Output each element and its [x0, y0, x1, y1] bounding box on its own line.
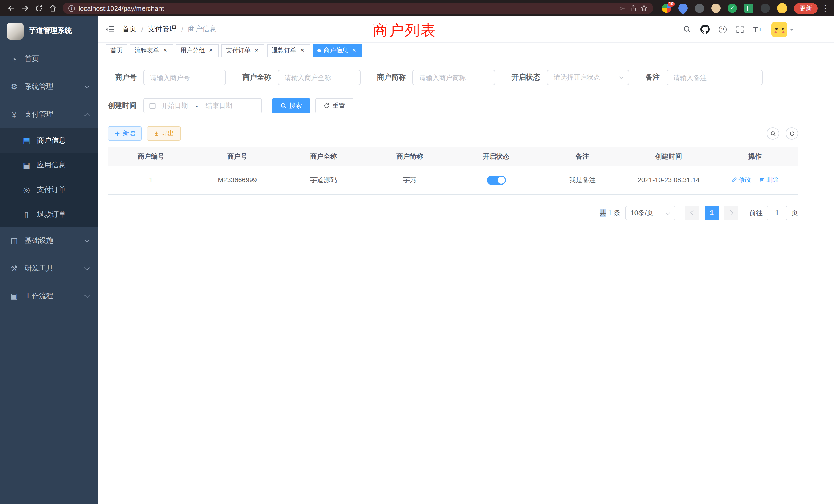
fullscreen-icon[interactable]: [731, 17, 748, 42]
sidebar-item-payment[interactable]: ¥ 支付管理: [0, 100, 97, 128]
merchant-no-input[interactable]: [143, 70, 226, 85]
status-select[interactable]: 请选择开启状态: [547, 70, 629, 85]
search-icon[interactable]: [678, 17, 696, 42]
cell-merchant-id: 1: [108, 166, 194, 194]
user-avatar[interactable]: [771, 21, 787, 37]
tab-refund-order[interactable]: 退款订单 ×: [267, 44, 310, 57]
page-number-button[interactable]: 1: [705, 206, 719, 220]
close-icon[interactable]: ×: [351, 47, 357, 54]
extension-icon-3[interactable]: [695, 4, 704, 13]
chevron-down-icon: [665, 211, 670, 215]
breadcrumb-section[interactable]: 支付管理: [148, 25, 177, 34]
url-text[interactable]: localhost:1024/pay/merchant: [79, 4, 164, 12]
toggle-search-button[interactable]: [767, 127, 779, 140]
extension-icon-6[interactable]: [744, 4, 753, 13]
share-icon[interactable]: [630, 5, 637, 12]
grid-icon: ▦: [22, 161, 31, 170]
extension-icon-2[interactable]: [677, 2, 690, 15]
full-name-input[interactable]: [278, 70, 360, 85]
col-merchant-no: 商户号: [194, 147, 280, 166]
font-size-icon[interactable]: TT: [748, 17, 766, 42]
help-icon[interactable]: ?: [714, 17, 731, 42]
edit-button[interactable]: 修改: [731, 176, 751, 184]
filter-row-1: 商户号 商户全称 商户简称 开启状态 请选择开启状态: [108, 70, 798, 85]
goto-page-input[interactable]: [767, 206, 787, 220]
delete-button[interactable]: 删除: [759, 176, 778, 184]
sidebar-item-merchant-info[interactable]: ▤ 商户信息: [0, 128, 97, 153]
sidebar-item-devtools[interactable]: ⚒ 研发工具: [0, 255, 97, 282]
chevron-down-icon[interactable]: [790, 28, 794, 32]
short-name-input[interactable]: [412, 70, 495, 85]
password-key-icon[interactable]: [619, 5, 626, 12]
sidebar-item-refund-order[interactable]: ▯ 退款订单: [0, 202, 97, 227]
bookmark-star-icon[interactable]: [640, 5, 648, 12]
browser-profile-avatar[interactable]: [777, 3, 787, 13]
close-icon[interactable]: ×: [253, 47, 260, 54]
extension-icon-7[interactable]: [761, 4, 770, 13]
sidebar-toggle-icon[interactable]: [97, 17, 122, 42]
search-icon: [280, 102, 287, 109]
sidebar-item-home[interactable]: ◔ 首页: [0, 45, 97, 73]
tab-home[interactable]: 首页: [106, 44, 127, 57]
github-icon[interactable]: [696, 17, 714, 42]
field-label: 创建时间: [108, 101, 137, 110]
browser-home-button[interactable]: [46, 1, 60, 15]
reset-button[interactable]: 重置: [315, 98, 353, 113]
table-header-row: 商户编号 商户号 商户全称 商户简称 开启状态 备注 创建时间 操作: [108, 147, 798, 166]
pagination: 共 1 条 10条/页 1 前往 页: [108, 206, 798, 220]
sidebar-item-infrastructure[interactable]: ◫ 基础设施: [0, 227, 97, 255]
chevron-right-icon: [728, 210, 733, 215]
col-short-name: 商户简称: [367, 147, 453, 166]
close-icon[interactable]: ×: [162, 47, 169, 54]
tab-user-group[interactable]: 用户分组 ×: [176, 44, 219, 57]
search-button[interactable]: 搜索: [272, 98, 310, 113]
browser-menu-icon[interactable]: ⋮: [821, 4, 830, 13]
chevron-down-icon: [619, 75, 624, 79]
next-page-button[interactable]: [724, 206, 739, 220]
extension-icon-4[interactable]: [711, 4, 721, 13]
browser-window: i localhost:1024/pay/merchant 10 更新 ⋮: [0, 0, 834, 504]
refresh-icon: [324, 102, 330, 109]
tab-pay-order[interactable]: 支付订单 ×: [221, 44, 264, 57]
browser-forward-button[interactable]: [18, 1, 32, 15]
extension-icon-5[interactable]: [728, 4, 737, 13]
browser-back-button[interactable]: [4, 1, 18, 15]
tab-flow-form[interactable]: 流程表单 ×: [130, 44, 173, 57]
tab-merchant-info[interactable]: 商户信息 ×: [313, 44, 362, 57]
create-time-range-picker[interactable]: 开始日期 - 结束日期: [143, 98, 262, 113]
sidebar-item-pay-order[interactable]: ◎ 支付订单: [0, 178, 97, 202]
sidebar-item-app-info[interactable]: ▦ 应用信息: [0, 153, 97, 178]
sidebar-menu: ◔ 首页 ⚙ 系统管理 ¥ 支付管理 ▤ 商户信息: [0, 45, 97, 504]
gear-icon: ⚙: [10, 82, 19, 91]
target-icon: ◎: [22, 185, 31, 194]
breadcrumb-current: 商户信息: [188, 25, 217, 34]
col-create-time: 创建时间: [626, 147, 712, 166]
browser-reload-button[interactable]: [32, 1, 46, 15]
breadcrumb-home[interactable]: 首页: [122, 25, 137, 34]
filter-remark: 备注: [645, 70, 763, 85]
merchant-card-icon: ▤: [22, 136, 31, 145]
add-button[interactable]: 新增: [108, 126, 142, 141]
sidebar-item-system[interactable]: ⚙ 系统管理: [0, 73, 97, 100]
page-size-select[interactable]: 10条/页: [626, 206, 675, 220]
site-info-icon[interactable]: i: [68, 5, 75, 12]
remark-input[interactable]: [666, 70, 763, 85]
download-icon: [154, 131, 159, 136]
field-label: 商户简称: [377, 73, 406, 82]
top-navbar: 首页 / 支付管理 / 商户信息 商户列表 ?: [97, 17, 834, 42]
status-toggle[interactable]: [487, 175, 506, 184]
refresh-table-button[interactable]: [786, 127, 798, 140]
sidebar-item-workflow[interactable]: ▣ 工作流程: [0, 282, 97, 310]
export-button[interactable]: 导出: [147, 126, 181, 141]
address-bar[interactable]: i localhost:1024/pay/merchant: [63, 3, 653, 14]
cell-short-name: 芋艿: [367, 166, 453, 194]
close-icon[interactable]: ×: [207, 47, 214, 54]
breadcrumb-separator: /: [141, 25, 143, 33]
browser-update-button[interactable]: 更新: [794, 3, 817, 14]
chevron-down-icon: [85, 265, 90, 270]
extension-icon-1[interactable]: 10: [662, 4, 671, 13]
app-logo[interactable]: 芋道管理系统: [0, 17, 97, 45]
close-icon[interactable]: ×: [299, 47, 306, 54]
chevron-down-icon: [85, 83, 90, 88]
prev-page-button[interactable]: [685, 206, 699, 220]
